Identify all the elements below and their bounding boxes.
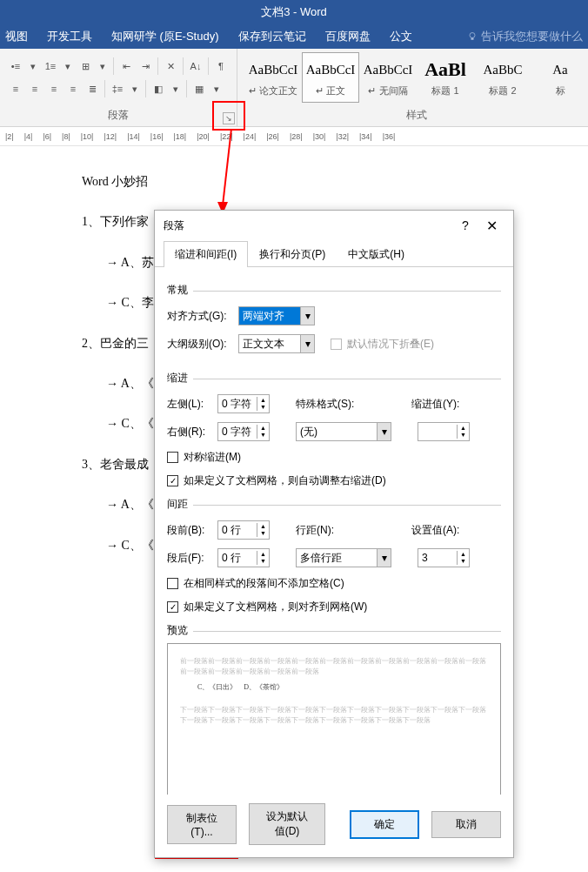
borders-button[interactable]: ▦ [190,80,208,97]
before-spinner[interactable]: 0 行▲▼ [217,520,270,540]
right-indent-spinner[interactable]: 0 字符▲▼ [217,422,270,441]
shading-button[interactable]: ◧ [150,80,167,97]
no-extra-space-checkbox[interactable]: 在相同样式的段落间不添加空格(C) [167,576,344,591]
multilevel-button[interactable]: ⊞ [77,57,94,75]
cancel-button[interactable]: 取消 [431,811,501,838]
set-default-button[interactable]: 设为默认值(D) [249,803,325,845]
distributed-button[interactable]: ≣ [84,80,101,97]
tab-gongwen[interactable]: 公文 [390,29,412,44]
style-normal[interactable]: AaBbCcI↵ 正文 [302,52,359,103]
linespace-label: 行距(N): [296,523,385,538]
after-label: 段后(F): [167,551,210,566]
right-indent-label: 右侧(R): [167,425,210,439]
special-label: 特殊格式(S): [296,397,385,412]
section-spacing: 间距 [167,498,193,510]
paragraph-tools: •≡ ▾ 1≡ ▾ ⊞ ▾ ⇤ ⇥ ✕ A↓ ¶ ≡ [7,57,230,97]
tab-dev[interactable]: 开发工具 [47,29,92,44]
preview-box: 前一段落前一段落前一段落前一段落前一段落前一段落前一段落前一段落前一段落前一段落… [167,643,501,795]
tab-save-cloud[interactable]: 保存到云笔记 [238,29,306,44]
indentval-spinner[interactable]: ▲▼ [418,422,470,441]
tab-asian-typo[interactable]: 中文版式(H) [337,241,416,267]
group-paragraph-label: 段落 ↘ [0,106,237,126]
dropdown-icon[interactable]: ▾ [210,80,224,97]
increase-indent-button[interactable]: ⇥ [137,57,154,75]
setat-spinner[interactable]: 3▲▼ [418,548,470,567]
help-button[interactable]: ? [452,218,478,232]
line-spacing-button[interactable]: ‡≡ [109,80,126,97]
setat-label: 设置值(A): [411,523,501,538]
auto-adjust-checkbox[interactable]: ✓如果定义了文档网格，则自动调整右缩进(D) [167,473,386,488]
chevron-down-icon: ▾ [377,423,391,440]
dialog-title: 段落 [164,218,184,233]
align-right-button[interactable]: ≡ [45,80,63,97]
bullets-button[interactable]: •≡ [7,57,24,75]
style-heading1[interactable]: AaBl标题 1 [417,52,474,103]
asian-layout-button[interactable]: ✕ [162,57,179,75]
chevron-down-icon: ▾ [300,307,314,325]
dropdown-icon[interactable]: ▾ [128,80,142,97]
paragraph-dialog: 段落 ? ✕ 缩进和间距(I) 换行和分页(P) 中文版式(H) 常规 对齐方式… [154,210,514,858]
tab-view[interactable]: 视图 [5,29,28,44]
chevron-down-icon: ▾ [377,549,391,567]
alignment-combo[interactable]: 两端对齐▾ [238,306,315,325]
dropdown-icon[interactable]: ▾ [169,80,183,97]
window-title: 文档3 - Word [0,0,588,24]
tabs-button[interactable]: 制表位(T)... [167,805,237,844]
chevron-down-icon: ▾ [300,335,314,352]
section-indent: 缩进 [167,372,193,384]
left-indent-spinner[interactable]: 0 字符▲▼ [217,394,270,413]
doc-text: Word 小妙招 [82,172,588,191]
linespace-combo[interactable]: 多倍行距▾ [296,548,391,567]
tab-estudy[interactable]: 知网研学 (原E-Study) [111,29,219,44]
snap-grid-checkbox[interactable]: ✓如果定义了文档网格，则对齐到网格(W) [167,600,367,614]
before-label: 段前(B): [167,523,210,538]
style-more[interactable]: Aa标 [531,52,588,103]
justify-button[interactable]: ≡ [64,80,82,97]
alignment-label: 对齐方式(G): [167,309,231,324]
decrease-indent-button[interactable]: ⇤ [117,57,135,75]
ok-button[interactable]: 确定 [350,810,419,839]
close-button[interactable]: ✕ [478,218,504,234]
tell-me[interactable]: 告诉我您想要做什么 [467,29,583,44]
align-left-button[interactable]: ≡ [7,80,24,97]
svg-point-0 [470,33,475,38]
indentval-label: 缩进值(Y): [411,397,501,412]
dropdown-icon[interactable]: ▾ [61,57,75,75]
tab-line-page-breaks[interactable]: 换行和分页(P) [248,241,337,267]
dropdown-icon[interactable]: ▾ [96,57,110,75]
style-heading2[interactable]: AaBbC标题 2 [474,52,531,103]
tab-baidu[interactable]: 百度网盘 [325,29,371,44]
dropdown-icon[interactable]: ▾ [26,57,40,75]
section-preview: 预览 [167,624,193,636]
style-nospacing[interactable]: AaBbCcI↵ 无间隔 [359,52,417,103]
mirror-indent-checkbox[interactable]: 对称缩进(M) [167,450,241,465]
group-styles-label: 样式 [237,106,588,126]
outline-label: 大纲级别(O): [167,337,231,352]
bulb-icon [467,31,478,42]
after-spinner[interactable]: 0 行▲▼ [217,548,270,567]
sort-button[interactable]: A↓ [187,57,204,75]
horizontal-ruler[interactable]: |2||4||6||8||10||12||14||16||18||20||22|… [0,127,588,146]
left-indent-label: 左侧(L): [167,397,210,412]
numbering-button[interactable]: 1≡ [42,57,59,75]
tab-indent-spacing[interactable]: 缩进和间距(I) [164,241,248,267]
ribbon-tabs: 视图 开发工具 知网研学 (原E-Study) 保存到云笔记 百度网盘 公文 告… [0,24,588,49]
special-combo[interactable]: (无)▾ [296,422,391,441]
collapse-checkbox: 默认情况下折叠(E) [331,337,434,352]
show-marks-button[interactable]: ¶ [212,57,230,75]
styles-gallery[interactable]: AaBbCcI↵ 论文正文 AaBbCcI↵ 正文 AaBbCcI↵ 无间隔 A… [244,52,588,103]
section-general: 常规 [167,284,193,296]
svg-rect-1 [471,38,474,40]
style-lunwen[interactable]: AaBbCcI↵ 论文正文 [244,52,302,103]
outline-combo[interactable]: 正文文本▾ [238,334,315,353]
align-center-button[interactable]: ≡ [26,80,43,97]
paragraph-dialog-launcher[interactable]: ↘ [223,112,235,124]
ribbon: •≡ ▾ 1≡ ▾ ⊞ ▾ ⇤ ⇥ ✕ A↓ ¶ ≡ [0,49,588,127]
